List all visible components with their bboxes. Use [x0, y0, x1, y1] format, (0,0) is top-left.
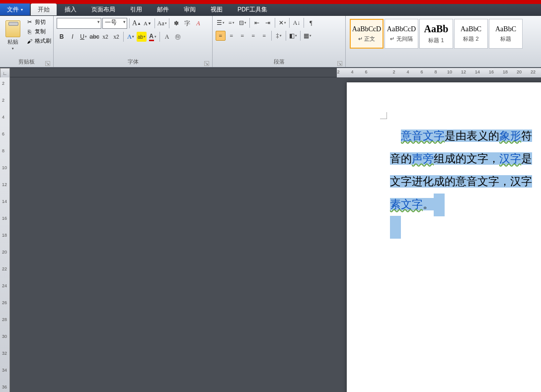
style-card-0[interactable]: AaBbCcD↵ 正文: [350, 19, 384, 49]
document-text[interactable]: 意音文字是由表义的象形符 音的声旁组成的文字，汉字是 文字进化成的意音文字，汉字…: [390, 125, 541, 216]
sort-button[interactable]: A↓: [292, 18, 302, 28]
copy-button[interactable]: ⎘复制: [25, 27, 52, 36]
ribbon: 粘贴 ▾ ✂剪切 ⎘复制 🖌格式刷 剪贴板↘ 一号 A▲ A▼ Aa ✽: [0, 16, 541, 67]
link-xiangxing[interactable]: 象形: [499, 130, 521, 142]
brush-icon: 🖌: [26, 38, 33, 45]
tab-references[interactable]: 引用: [123, 3, 149, 15]
phonetic-guide-button[interactable]: ✽: [171, 18, 181, 28]
text-effects-button[interactable]: A: [126, 32, 136, 42]
multilevel-list-button[interactable]: ⊟: [237, 18, 247, 28]
align-right-button[interactable]: ≡: [237, 31, 247, 41]
decrease-indent-button[interactable]: ⇤: [252, 18, 262, 28]
group-paragraph-label: 段落↘: [216, 58, 342, 67]
character-border-button[interactable]: 字: [182, 18, 192, 28]
group-styles: AaBbCcD↵ 正文AaBbCcD↵ 无间隔AaBb标题 1AaBbC标题 2…: [346, 16, 541, 67]
group-clipboard: 粘贴 ▾ ✂剪切 ⎘复制 🖌格式刷 剪贴板↘: [0, 16, 54, 67]
horizontal-ruler[interactable]: 6422468101214161820222426: [11, 68, 541, 77]
ruler-row: ∟ 6422468101214161820222426: [0, 67, 541, 77]
tab-page-layout[interactable]: 页面布局: [84, 3, 122, 15]
link-yiyin[interactable]: 意音文字: [401, 130, 445, 142]
align-left-button[interactable]: ≡: [216, 31, 226, 41]
cut-button[interactable]: ✂剪切: [25, 18, 52, 26]
paragraph-dialog-launcher[interactable]: ↘: [337, 61, 342, 66]
workspace: 224681012141618202224262830323436 意音文字是由…: [0, 77, 541, 392]
highlight-button[interactable]: ab: [137, 32, 147, 42]
document-canvas[interactable]: 意音文字是由表义的象形符 音的声旁组成的文字，汉字是 文字进化成的意音文字，汉字…: [10, 77, 541, 392]
line-spacing-button[interactable]: ‡: [274, 31, 284, 41]
selection-carryover: [390, 216, 401, 239]
link-hanzi[interactable]: 汉字: [499, 152, 521, 165]
clipboard-dialog-launcher[interactable]: ↘: [45, 61, 50, 66]
page: 意音文字是由表义的象形符 音的声旁组成的文字，汉字是 文字进化成的意音文字，汉字…: [347, 82, 541, 392]
clipboard-icon: [5, 20, 20, 37]
align-center-button[interactable]: ≡: [227, 31, 236, 41]
superscript-button[interactable]: x2: [111, 32, 121, 42]
font-dialog-launcher[interactable]: ↘: [204, 61, 209, 66]
strikethrough-button[interactable]: abc: [89, 32, 99, 42]
font-color-button[interactable]: A: [148, 32, 157, 42]
group-styles-label: [349, 58, 538, 67]
italic-button[interactable]: I: [68, 32, 77, 42]
group-font-label: 字体↘: [57, 58, 209, 67]
scissors-icon: ✂: [26, 19, 33, 26]
enclose-characters-button[interactable]: ㊞: [173, 32, 183, 42]
tab-selector[interactable]: ∟: [0, 68, 10, 78]
tab-pdf-tools[interactable]: PDF工具集: [231, 3, 274, 15]
tab-file[interactable]: 文件: [0, 3, 30, 15]
underline-button[interactable]: U: [78, 32, 88, 42]
show-marks-button[interactable]: ¶: [306, 18, 316, 28]
format-painter-button[interactable]: 🖌格式刷: [25, 37, 52, 45]
group-paragraph: ☰ ≡ ⊟ ⇤ ⇥ ✕ A↓ ¶ ≡ ≡ ≡ ≡ ≡ ‡: [213, 16, 346, 67]
vertical-ruler[interactable]: 224681012141618202224262830323436: [0, 77, 10, 392]
paste-button[interactable]: 粘贴 ▾: [3, 18, 23, 52]
margin-marker: [380, 112, 387, 119]
style-card-3[interactable]: AaBbC标题 2: [454, 19, 488, 49]
group-font: 一号 A▲ A▼ Aa ✽ 字 A B I U abc x2 x2 A ab: [54, 16, 213, 67]
increase-indent-button[interactable]: ⇥: [263, 18, 273, 28]
tab-insert[interactable]: 插入: [58, 3, 83, 15]
font-size-combo[interactable]: 一号: [102, 18, 127, 29]
tab-home[interactable]: 开始: [31, 3, 57, 15]
paste-label: 粘贴: [7, 38, 18, 46]
selection-tail: [434, 194, 445, 216]
borders-button[interactable]: ▦: [303, 31, 312, 41]
font-family-combo[interactable]: [57, 18, 101, 29]
link-shengpang[interactable]: 声旁: [412, 152, 434, 165]
numbering-button[interactable]: ≡: [227, 18, 236, 28]
tab-view[interactable]: 视图: [204, 3, 230, 15]
change-case-button[interactable]: Aa: [157, 18, 167, 28]
tab-review[interactable]: 审阅: [177, 3, 203, 15]
style-card-4[interactable]: AaBbC标题: [489, 19, 523, 49]
character-shading-a-button[interactable]: A: [162, 32, 172, 42]
ribbon-tabs: 文件 开始 插入 页面布局 引用 邮件 审阅 视图 PDF工具集: [0, 4, 541, 16]
link-suwenzi[interactable]: 素文字: [390, 198, 423, 210]
style-card-2[interactable]: AaBb标题 1: [419, 19, 453, 49]
subscript-button[interactable]: x2: [100, 32, 110, 42]
copy-icon: ⎘: [26, 28, 33, 35]
distributed-button[interactable]: ≡: [259, 31, 269, 41]
tab-mailings[interactable]: 邮件: [150, 3, 176, 15]
shrink-font-button[interactable]: A▼: [143, 18, 153, 28]
style-card-1[interactable]: AaBbCcD↵ 无间隔: [385, 19, 418, 49]
style-gallery[interactable]: AaBbCcD↵ 正文AaBbCcD↵ 无间隔AaBb标题 1AaBbC标题 2…: [349, 18, 524, 50]
justify-button[interactable]: ≡: [248, 31, 258, 41]
clear-formatting-button[interactable]: A: [193, 18, 203, 28]
shading-button[interactable]: ◧: [288, 31, 298, 41]
text-direction-button[interactable]: ✕: [277, 18, 287, 28]
bullets-button[interactable]: ☰: [216, 18, 226, 28]
bold-button[interactable]: B: [57, 32, 67, 42]
group-clipboard-label: 剪贴板↘: [3, 58, 50, 67]
grow-font-button[interactable]: A▲: [132, 18, 142, 28]
